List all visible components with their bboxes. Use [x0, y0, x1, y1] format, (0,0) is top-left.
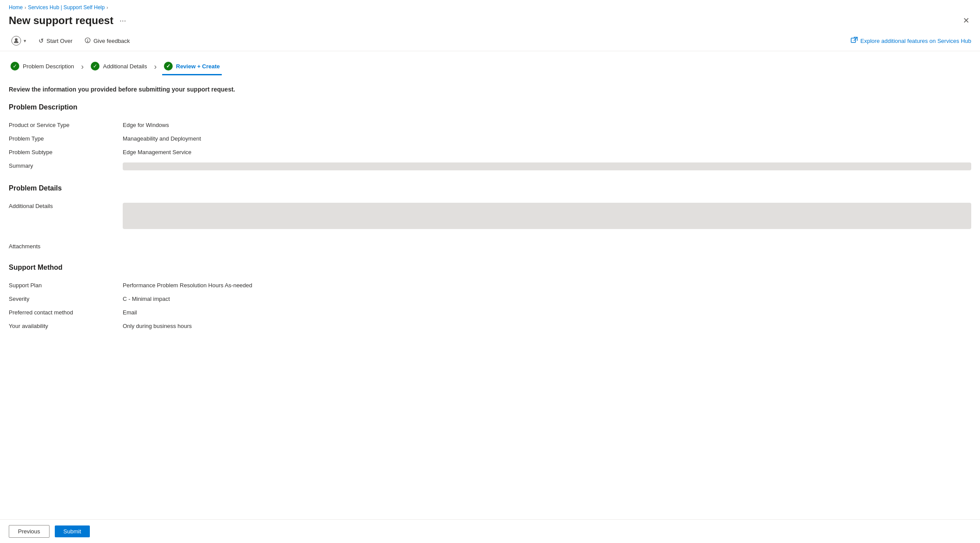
severity-label: Severity	[9, 296, 123, 302]
summary-label: Summary	[9, 162, 123, 169]
svg-rect-4	[851, 38, 856, 42]
toolbar: ▾ ↺ Start Over Give feedback Explore add…	[0, 31, 980, 51]
summary-value	[123, 162, 971, 170]
step-check-1: ✓	[11, 62, 19, 71]
user-menu-button[interactable]: ▾	[9, 34, 29, 47]
breadcrumb-sep-1: ›	[25, 5, 26, 10]
svg-point-0	[15, 38, 18, 41]
your-availability-row: Your availability Only during business h…	[9, 319, 971, 333]
refresh-icon: ↺	[39, 37, 44, 44]
problem-type-value: Manageability and Deployment	[123, 135, 971, 142]
previous-button[interactable]: Previous	[9, 525, 50, 538]
preferred-contact-label: Preferred contact method	[9, 309, 123, 316]
page-title: New support request	[9, 14, 114, 27]
step-separator-1: ›	[81, 62, 84, 71]
explore-link[interactable]: Explore additional features on Services …	[851, 37, 971, 45]
additional-details-value	[123, 203, 971, 229]
problem-type-row: Problem Type Manageability and Deploymen…	[9, 132, 971, 145]
step-check-3: ✓	[164, 62, 173, 71]
breadcrumb-home[interactable]: Home	[9, 4, 23, 11]
svg-point-3	[88, 41, 88, 42]
problem-description-section: Problem Description Product or Service T…	[9, 103, 971, 174]
step-label-2: Additional Details	[103, 63, 147, 70]
product-service-label: Product or Service Type	[9, 122, 123, 128]
step-additional-details[interactable]: ✓ Additional Details	[89, 58, 149, 75]
submit-button[interactable]: Submit	[55, 525, 90, 537]
page-footer: Previous Submit	[0, 519, 980, 543]
problem-details-section: Problem Details Additional Details Attac…	[9, 184, 971, 253]
step-separator-2: ›	[154, 62, 157, 71]
breadcrumb: Home › Services Hub | Support Self Help …	[0, 0, 980, 12]
your-availability-value: Only during business hours	[123, 323, 971, 329]
give-feedback-button[interactable]: Give feedback	[82, 35, 132, 46]
summary-row: Summary	[9, 159, 971, 174]
severity-value: C - Minimal impact	[123, 296, 971, 302]
breadcrumb-services-hub[interactable]: Services Hub | Support Self Help	[28, 4, 105, 11]
give-feedback-label: Give feedback	[93, 38, 130, 44]
page-wrapper: Home › Services Hub | Support Self Help …	[0, 0, 980, 543]
content-area: Review the information you provided befo…	[0, 75, 980, 543]
problem-subtype-label: Problem Subtype	[9, 149, 123, 155]
severity-row: Severity C - Minimal impact	[9, 292, 971, 306]
support-method-section: Support Method Support Plan Performance …	[9, 264, 971, 333]
breadcrumb-sep-2: ›	[107, 5, 108, 10]
product-service-row: Product or Service Type Edge for Windows	[9, 118, 971, 132]
close-button[interactable]: ✕	[961, 14, 971, 27]
more-options-button[interactable]: ···	[117, 15, 129, 26]
steps-bar: ✓ Problem Description › ✓ Additional Det…	[0, 51, 980, 75]
problem-subtype-row: Problem Subtype Edge Management Service	[9, 145, 971, 159]
review-intro: Review the information you provided befo…	[9, 86, 971, 93]
problem-details-title: Problem Details	[9, 184, 971, 192]
support-plan-row: Support Plan Performance Problem Resolut…	[9, 279, 971, 292]
start-over-label: Start Over	[46, 38, 72, 44]
problem-description-title: Problem Description	[9, 103, 971, 111]
your-availability-label: Your availability	[9, 323, 123, 329]
toolbar-left: ▾ ↺ Start Over Give feedback	[9, 34, 132, 47]
user-icon	[11, 36, 21, 46]
support-method-title: Support Method	[9, 264, 971, 272]
support-plan-value: Performance Problem Resolution Hours As-…	[123, 282, 971, 289]
additional-details-label: Additional Details	[9, 203, 123, 209]
additional-details-row: Additional Details	[9, 199, 971, 233]
start-over-button[interactable]: ↺ Start Over	[36, 35, 75, 46]
attachments-row: Attachments	[9, 240, 971, 253]
chevron-down-icon: ▾	[24, 38, 26, 44]
header-left: New support request ···	[9, 14, 129, 27]
step-review-create[interactable]: ✓ Review + Create	[162, 58, 222, 75]
step-label-3: Review + Create	[176, 63, 220, 70]
step-label-1: Problem Description	[23, 63, 74, 70]
problem-type-label: Problem Type	[9, 135, 123, 142]
feedback-icon	[85, 37, 91, 45]
attachments-label: Attachments	[9, 243, 123, 250]
problem-subtype-value: Edge Management Service	[123, 149, 971, 155]
preferred-contact-row: Preferred contact method Email	[9, 306, 971, 319]
product-service-value: Edge for Windows	[123, 122, 971, 128]
explore-icon	[851, 37, 858, 45]
page-header: New support request ··· ✕	[0, 12, 980, 31]
support-plan-label: Support Plan	[9, 282, 123, 289]
explore-label: Explore additional features on Services …	[860, 38, 971, 44]
step-check-2: ✓	[91, 62, 99, 71]
step-problem-description[interactable]: ✓ Problem Description	[9, 58, 76, 75]
preferred-contact-value: Email	[123, 309, 971, 316]
